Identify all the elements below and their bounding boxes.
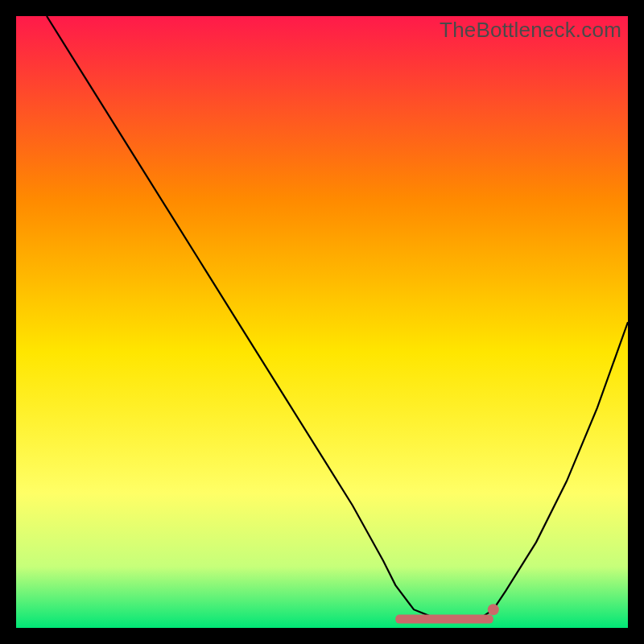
gradient-background <box>16 16 628 628</box>
optimal-range-band <box>395 615 493 624</box>
marker-dot-icon <box>488 604 499 615</box>
bottleneck-chart <box>16 16 628 628</box>
chart-frame: TheBottleneck.com <box>16 16 628 628</box>
watermark-text: TheBottleneck.com <box>440 18 621 43</box>
